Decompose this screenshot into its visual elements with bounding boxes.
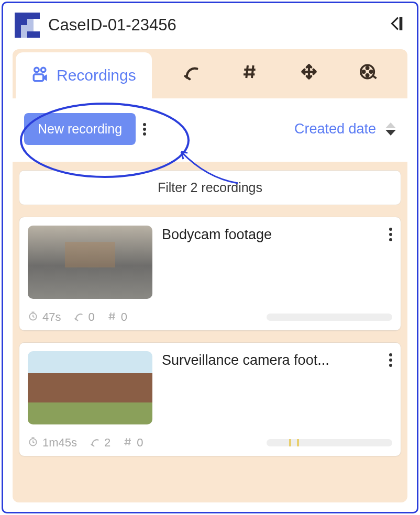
svg-rect-6 <box>400 17 403 30</box>
hash-icon <box>123 437 132 449</box>
recording-title: Bodycam footage <box>162 226 380 243</box>
svg-rect-9 <box>34 74 43 81</box>
sort-asc-icon <box>385 122 396 128</box>
recordings-icon <box>31 65 49 85</box>
recording-more-button[interactable] <box>389 226 392 241</box>
recording-stats: 47s 0 0 <box>28 310 392 324</box>
recording-progress-bar[interactable] <box>267 314 392 321</box>
tab-recordings-label: Recordings <box>57 66 136 84</box>
svg-point-11 <box>367 67 369 69</box>
main-panel: Recordings <box>13 49 407 502</box>
tab-bar: Recordings <box>13 49 407 98</box>
app-logo <box>15 13 40 38</box>
stat-duration: 1m45s <box>28 436 77 450</box>
new-recording-button[interactable]: New recording <box>24 113 136 145</box>
sort-by-label[interactable]: Created date <box>294 121 376 137</box>
tab-hash-icon[interactable] <box>241 63 258 84</box>
collapse-panel-button[interactable] <box>388 15 405 36</box>
filter-placeholder: Filter 2 recordings <box>158 180 262 195</box>
svg-point-12 <box>363 71 365 73</box>
sort-direction-toggle[interactable] <box>385 122 396 136</box>
tab-marks-icon[interactable] <box>182 63 200 85</box>
app-frame: CaseID-01-23456 Recordings <box>2 2 418 513</box>
toolbar-more-button[interactable] <box>143 123 146 136</box>
svg-rect-0 <box>15 13 27 25</box>
svg-point-8 <box>41 68 46 72</box>
svg-rect-5 <box>27 31 40 38</box>
mark-icon <box>90 436 100 450</box>
stat-hash: 0 <box>123 436 143 450</box>
timer-icon <box>28 311 38 324</box>
svg-point-14 <box>367 74 369 76</box>
tab-move-icon[interactable] <box>300 63 318 85</box>
stat-hash: 0 <box>107 310 127 324</box>
sort-desc-icon <box>385 130 396 136</box>
svg-rect-1 <box>27 13 40 19</box>
stat-duration: 47s <box>28 310 61 324</box>
svg-rect-3 <box>15 25 21 38</box>
tab-icons-row <box>152 49 407 98</box>
svg-point-13 <box>370 71 372 73</box>
toolbar-row: New recording Created date <box>13 98 407 162</box>
svg-point-7 <box>35 68 39 72</box>
recording-thumbnail <box>28 351 152 424</box>
tab-reel-icon[interactable] <box>359 63 377 85</box>
tab-recordings[interactable]: Recordings <box>16 52 152 98</box>
recording-card[interactable]: Bodycam footage 47s 0 <box>19 217 401 331</box>
stat-marks: 2 <box>90 436 110 450</box>
recording-title: Surveillance camera foot... <box>162 351 380 368</box>
case-title: CaseID-01-23456 <box>48 16 379 35</box>
timer-icon <box>28 436 38 450</box>
recording-card[interactable]: Surveillance camera foot... 1m45s 2 <box>19 342 401 456</box>
recording-more-button[interactable] <box>389 351 392 367</box>
stat-marks: 0 <box>73 310 94 324</box>
svg-rect-2 <box>27 19 34 25</box>
recording-stats: 1m45s 2 0 <box>28 436 392 450</box>
hash-icon <box>107 311 117 323</box>
mark-icon <box>73 311 84 324</box>
recording-progress-bar[interactable] <box>267 439 392 446</box>
header-bar: CaseID-01-23456 <box>3 3 417 43</box>
filter-input[interactable]: Filter 2 recordings <box>19 170 401 205</box>
recording-thumbnail <box>28 226 152 299</box>
